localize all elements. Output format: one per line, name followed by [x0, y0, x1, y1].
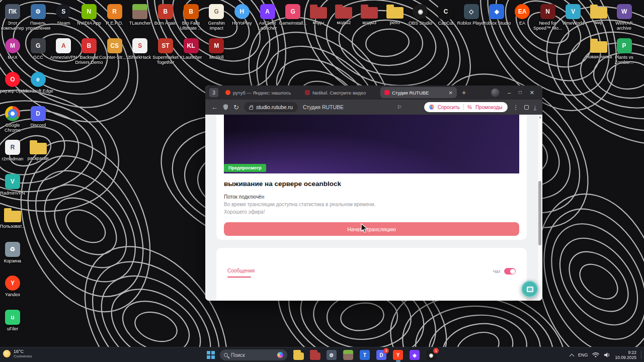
taskbar-icon-file-explorer[interactable] [292, 348, 304, 361]
search-highlight-icon [277, 352, 283, 358]
tab-title: Студия RUTUBE [392, 90, 429, 96]
desktop-icon-plants-vs-zombies[interactable]: PPlants vs Zombie... [609, 38, 640, 65]
extensions-icon[interactable] [524, 105, 529, 110]
desktop-icon-label: раскраски [23, 156, 54, 161]
yandex-browser-icon: Y [393, 350, 403, 360]
browser-menu-icon[interactable]: ⋮ [513, 104, 519, 111]
desktop-icon-winrar-archive[interactable]: WWinRAR archive [609, 4, 640, 31]
axclient-launcher-icon: A [260, 4, 275, 19]
window-controls: – □ ✕ [491, 88, 538, 97]
new-tab-button[interactable]: + [460, 88, 468, 97]
taskbar-icon-media-app[interactable]: ◈ [409, 348, 421, 361]
notification-badge: 1 [433, 348, 439, 353]
start-broadcast-button[interactable]: Начать трансляцию [224, 222, 519, 236]
rutube-studio-page: Предпросмотр выживание на сервере oceanb… [205, 115, 542, 301]
obs-studio-icon: ◉ [413, 4, 428, 19]
desktop-icon-yandex[interactable]: YYandex [0, 276, 28, 297]
ask-button[interactable]: Спросить [438, 105, 460, 110]
desktop-icon-label: Discord [23, 123, 54, 128]
minecraft-icon [343, 350, 353, 360]
tab-netikel-video[interactable]: Netikel. Смотрите видео [301, 87, 377, 98]
desktop-icon-mcskill[interactable]: MMcSkill [201, 38, 232, 60]
supermarket-together-icon: ST [158, 38, 173, 53]
language-indicator[interactable]: ENG [578, 352, 588, 357]
sun-icon [3, 350, 11, 357]
scroll-up-icon[interactable]: ▲ [538, 115, 542, 119]
tab-close-icon[interactable]: ✕ [449, 90, 453, 96]
desktop-icon-label: Plants vs Zombie... [609, 55, 640, 65]
mcskill-icon: M [209, 38, 224, 53]
protect-shield-icon[interactable] [223, 104, 228, 110]
taskbar-icon-yandex-browser[interactable]: Y [392, 348, 404, 361]
promo-button[interactable]: Промокоды [475, 105, 503, 110]
weather-desc: Солнечно [14, 354, 32, 358]
discord-icon: D [31, 106, 46, 121]
desktop-icon-recycle-bin[interactable]: ♻Корзина [0, 242, 28, 263]
start-button[interactable] [207, 351, 215, 359]
close-button[interactable]: ✕ [530, 90, 534, 96]
tab-rutube-studio[interactable]: Студия RUTUBE ✕ [380, 87, 457, 98]
address-field[interactable]: studio.rutube.ru [244, 102, 298, 112]
lock-icon [249, 107, 253, 110]
desktop-icon-label: RadminVPN [0, 191, 28, 196]
taskbar-clock[interactable]: 9:22 10.09.2025 [615, 350, 636, 360]
chat-toggle[interactable] [504, 268, 516, 275]
recycle-bin-icon: ♻ [5, 242, 20, 257]
taskbar-icon-folder-mods[interactable] [309, 348, 321, 361]
page-scrollbar[interactable]: ▲ [537, 115, 542, 301]
bro-falls-icon: B [184, 4, 199, 19]
this-pc-icon: ПК [5, 4, 20, 19]
desktop-icon-radmin-vpn[interactable]: VRadminVPN [0, 174, 28, 196]
profile-avatar[interactable] [491, 88, 500, 97]
tlauncher-icon [132, 4, 147, 19]
search-box[interactable]: Поиск [220, 349, 287, 360]
desktop-icon-label: uFiler [0, 326, 28, 331]
need-for-speed-icon: N [540, 4, 555, 19]
address-bar: ← ↻ studio.rutube.ru Студия RUTUBE ⚐ Спр… [205, 100, 542, 115]
tab-messages[interactable]: Сообщения [227, 268, 255, 278]
maximize-button[interactable]: □ [519, 90, 522, 95]
winrar-archive-icon: W [617, 4, 632, 19]
desktop-icon-edge[interactable]: eMicrosoft Edge [23, 72, 54, 94]
taskbar-icon-tlauncher[interactable]: T [359, 348, 371, 361]
taskbar-icon-discord[interactable]: D3 [375, 348, 387, 361]
tab-yandex-search[interactable]: рутуб — Яндекс: нашлось [221, 87, 298, 98]
chat-label: Чат [493, 268, 501, 274]
desktop-icon-folder-raskraski[interactable]: раскраски [23, 140, 54, 161]
desktop-icon-ufiler[interactable]: uuFiler [0, 310, 28, 331]
folder-repo-icon [386, 7, 404, 19]
volume-icon[interactable] [604, 352, 610, 358]
tab-favicon [225, 90, 230, 95]
weather-widget[interactable]: 16°C Солнечно [3, 349, 32, 358]
scrollbar-thumb[interactable] [538, 181, 541, 245]
vimeworld-icon: V [566, 4, 581, 19]
tray-overflow-chevron-icon[interactable] [569, 353, 574, 358]
new-folder-icon [590, 41, 607, 53]
desktop-icon-discord[interactable]: DDiscord [23, 106, 54, 128]
taskbar-icon-obs-studio[interactable]: ◉1 [425, 348, 437, 361]
floating-widget-button[interactable] [521, 281, 538, 298]
browser-tab-bar: 3 рутуб — Яндекс: нашлось Netikel. Смотр… [205, 85, 542, 100]
tab-counter-button[interactable]: 3 [209, 88, 218, 97]
opera-icon: O [5, 72, 20, 87]
back-button[interactable]: ← [211, 104, 218, 111]
genshin-impact-icon: G [209, 4, 224, 19]
reload-button[interactable]: ↻ [233, 104, 239, 111]
folder-mir-icon [590, 7, 607, 19]
bookmark-icon[interactable]: ⚐ [397, 105, 402, 110]
desktop-icon-folder-users[interactable]: Пользоват... [0, 208, 28, 229]
roblox-studio-icon: ◆ [489, 4, 504, 19]
taskbar-icon-minecraft[interactable] [342, 348, 354, 361]
taskbar-icon-settings[interactable]: ⚙ [326, 348, 338, 361]
wifi-icon[interactable] [592, 352, 599, 358]
minimize-button[interactable]: – [508, 90, 511, 96]
tab-favicon [384, 90, 389, 95]
sharkhack-icon: S [132, 38, 147, 53]
edge-icon: e [31, 72, 46, 87]
klauncher-icon: KL [184, 38, 199, 53]
weather-temp: 16°C [14, 349, 32, 354]
downloads-icon[interactable]: ↓ [534, 104, 537, 110]
system-tray: ENG 9:22 10.09.2025 [570, 347, 641, 362]
stream-preview: Предпросмотр [224, 115, 519, 173]
show-desktop-strip[interactable] [641, 351, 641, 359]
